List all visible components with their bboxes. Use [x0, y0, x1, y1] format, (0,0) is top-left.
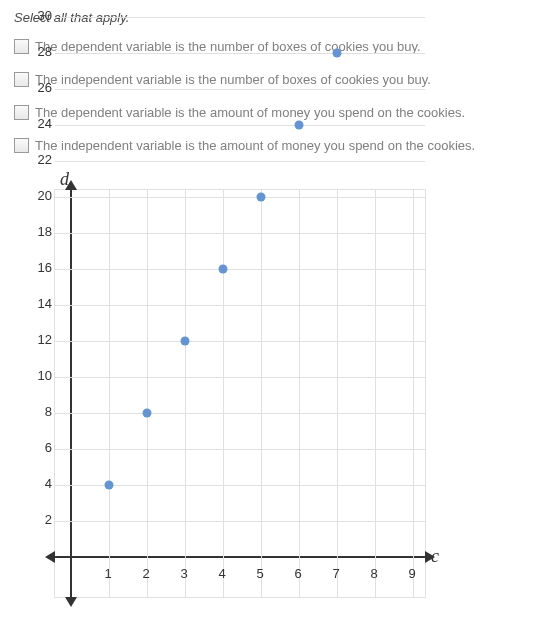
grid-line: [55, 413, 425, 414]
option-label: The independent variable is the amount o…: [35, 138, 475, 153]
y-tick-label: 20: [22, 188, 52, 203]
y-tick-label: 2: [22, 512, 52, 527]
option-label: The dependent variable is the number of …: [35, 39, 421, 54]
data-point: [295, 121, 304, 130]
y-axis: [70, 185, 72, 602]
option-label: The dependent variable is the amount of …: [35, 105, 465, 120]
grid-line: [55, 377, 425, 378]
y-tick-label: 26: [22, 80, 52, 95]
x-tick-label: 4: [212, 566, 232, 581]
data-point: [105, 481, 114, 490]
chart: d c 246810121416182022242628303234363812…: [14, 171, 444, 621]
grid-line: [55, 449, 425, 450]
y-tick-label: 16: [22, 260, 52, 275]
y-tick-label: 6: [22, 440, 52, 455]
grid-line: [185, 190, 186, 597]
x-axis: [50, 556, 430, 558]
grid-line: [109, 190, 110, 597]
grid-line: [55, 305, 425, 306]
x-tick-label: 2: [136, 566, 156, 581]
grid-line: [223, 190, 224, 597]
grid-line: [55, 161, 425, 162]
grid-line: [55, 233, 425, 234]
grid-line: [55, 89, 425, 90]
grid-line: [299, 190, 300, 597]
grid-line: [55, 269, 425, 270]
y-tick-label: 30: [22, 8, 52, 23]
option-row[interactable]: The dependent variable is the amount of …: [14, 105, 521, 120]
x-tick-label: 7: [326, 566, 346, 581]
y-tick-label: 12: [22, 332, 52, 347]
x-tick-label: 8: [364, 566, 384, 581]
grid-line: [55, 341, 425, 342]
x-tick-label: 1: [98, 566, 118, 581]
grid-line: [261, 190, 262, 597]
x-tick-label: 3: [174, 566, 194, 581]
checkbox-icon[interactable]: [14, 138, 29, 153]
grid-line: [337, 190, 338, 597]
x-tick-label: 5: [250, 566, 270, 581]
y-tick-label: 28: [22, 44, 52, 59]
grid-line: [55, 521, 425, 522]
option-row[interactable]: The independent variable is the amount o…: [14, 138, 521, 153]
grid-line: [147, 190, 148, 597]
arrow-down-icon: [65, 597, 77, 607]
data-point: [219, 265, 228, 274]
y-tick-label: 22: [22, 152, 52, 167]
y-tick-label: 10: [22, 368, 52, 383]
x-tick-label: 6: [288, 566, 308, 581]
x-tick-label: 9: [402, 566, 422, 581]
y-tick-label: 14: [22, 296, 52, 311]
data-point: [257, 193, 266, 202]
option-label: The independent variable is the number o…: [35, 72, 431, 87]
grid-line: [375, 190, 376, 597]
option-row[interactable]: The dependent variable is the number of …: [14, 39, 521, 54]
data-point: [143, 409, 152, 418]
data-point: [181, 337, 190, 346]
grid-line: [55, 125, 425, 126]
y-tick-label: 8: [22, 404, 52, 419]
option-row[interactable]: The independent variable is the number o…: [14, 72, 521, 87]
data-point: [333, 49, 342, 58]
y-tick-label: 4: [22, 476, 52, 491]
y-tick-label: 18: [22, 224, 52, 239]
grid-line: [55, 53, 425, 54]
y-tick-label: 24: [22, 116, 52, 131]
grid-line: [413, 190, 414, 597]
grid-line: [55, 17, 425, 18]
arrow-right-icon: [425, 551, 435, 563]
plot-area: [54, 189, 426, 598]
arrow-up-icon: [65, 180, 77, 190]
arrow-left-icon: [45, 551, 55, 563]
grid-line: [55, 197, 425, 198]
